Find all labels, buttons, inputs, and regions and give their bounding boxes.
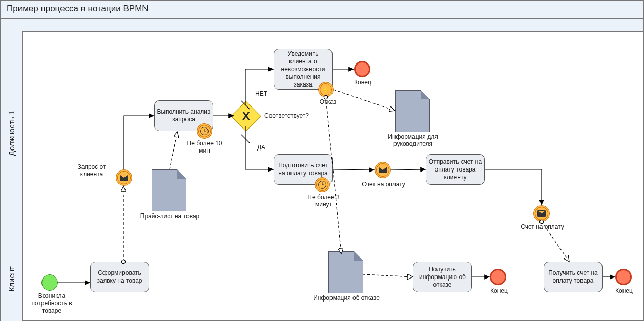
- message-event-request-label: Запрос от клиента: [69, 163, 115, 178]
- message-event-request[interactable]: [116, 169, 132, 186]
- envelope-icon-2: [379, 167, 387, 173]
- timer-3min-icon[interactable]: [315, 177, 330, 192]
- end-event-3-label: Конец: [611, 287, 637, 294]
- task-receive-refusal[interactable]: Получить информацию об отказе: [413, 262, 472, 292]
- start-event-label: Возникла потребность в товаре: [29, 292, 75, 314]
- task-form-request[interactable]: Сформировать заявку на товар: [90, 262, 149, 292]
- end-event-1-label: Конец: [350, 79, 376, 86]
- gateway-x-icon: X: [242, 110, 250, 123]
- lane-role1-label: Должность 1: [1, 31, 23, 236]
- pool-title: Пример процесса в нотации BPMN: [1, 1, 643, 19]
- lane-client-label: Клиент: [1, 236, 23, 321]
- doc-mgr-info[interactable]: [395, 90, 430, 132]
- gateway-label: Соответствует?: [264, 112, 321, 119]
- envelope-icon-3: [537, 210, 546, 217]
- task-receive-invoice[interactable]: Получить счет на оплату товара: [544, 262, 603, 292]
- message-event-invoice1-label: Счет на оплату: [359, 181, 408, 188]
- doc-refusal-info[interactable]: [328, 251, 363, 293]
- message-event-invoice2-label: Счет на оплату: [518, 223, 567, 230]
- timer-3min-label: Не более 3 минут: [304, 194, 343, 208]
- start-event-icon[interactable]: [41, 274, 58, 291]
- end-event-3[interactable]: [615, 269, 632, 285]
- escalation-event-refusal-label: Отказ: [315, 98, 341, 105]
- gateway-no-label: НЕТ: [251, 90, 272, 97]
- timer-10min-label: Не более 10 мин: [186, 140, 222, 155]
- tool-strip: [1, 19, 643, 32]
- doc-refusal-info-label: Информация об отказе: [313, 294, 380, 302]
- end-event-2[interactable]: [490, 269, 506, 285]
- doc-pricelist-label: Прайс-лист на товар: [138, 212, 202, 220]
- clock-icon-2: [318, 181, 326, 189]
- doc-mgr-info-label: Информация для руководителя: [382, 133, 444, 148]
- task-send-invoice[interactable]: Отправить счет на оплату товара клиенту: [426, 154, 485, 185]
- doc-pricelist[interactable]: [152, 169, 186, 211]
- gateway-yes-label: ДА: [251, 144, 272, 151]
- message-event-invoice1[interactable]: [375, 162, 391, 178]
- end-event-1[interactable]: [354, 61, 370, 77]
- escalation-event-refusal[interactable]: ⚡: [318, 82, 334, 97]
- end-event-2-label: Конец: [486, 287, 512, 294]
- lane-client-text: Клиент: [7, 266, 16, 291]
- timer-10min-icon[interactable]: [197, 123, 212, 139]
- clock-icon: [200, 127, 209, 135]
- message-event-invoice2[interactable]: [533, 205, 550, 222]
- diagram-canvas: Пример процесса в нотации BPMN Должность…: [0, 0, 644, 321]
- lane-role1-text: Должность 1: [7, 111, 16, 156]
- envelope-icon: [120, 175, 128, 181]
